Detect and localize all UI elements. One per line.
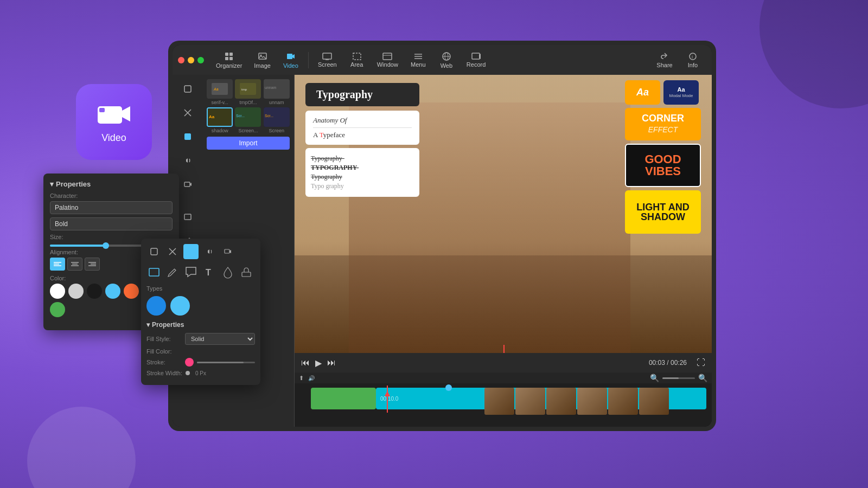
- asset-item-0[interactable]: Aa serif-v...: [207, 79, 233, 105]
- timeline-volume-icon: 🔊: [308, 375, 315, 381]
- svg-rect-5: [225, 57, 228, 60]
- stroke-row: Stroke:: [146, 358, 255, 367]
- svg-text:unnam: unnam: [265, 86, 277, 89]
- video-controls: ⏮ ▶ ⏭ 00:03 / 00:26 ⛶: [295, 353, 712, 373]
- zoom-in-icon[interactable]: 🔍: [698, 374, 707, 382]
- svg-rect-27: [184, 133, 191, 140]
- toolbar-window[interactable]: Window: [372, 50, 404, 70]
- toolbar-image[interactable]: Image: [248, 49, 276, 71]
- anatomy-card: Anatomy Of A Typeface: [305, 111, 419, 145]
- type-color-cyan[interactable]: [170, 296, 190, 316]
- app-icon[interactable]: Video: [76, 84, 152, 160]
- toolbar-web[interactable]: Web: [433, 49, 460, 71]
- play-button[interactable]: ▶: [315, 358, 322, 368]
- svg-rect-55: [188, 248, 194, 255]
- align-left-button[interactable]: [50, 258, 65, 271]
- timeline-collapse[interactable]: ⬆: [299, 375, 304, 382]
- mini-cut-tool[interactable]: [165, 244, 180, 259]
- svg-text:Aa: Aa: [209, 114, 215, 119]
- fill-color-row: Fill Color:: [146, 348, 255, 355]
- thumbnail-good-vibes[interactable]: GOOD VIBES: [625, 144, 701, 187]
- toolbar-record[interactable]: Record: [461, 50, 491, 70]
- mac-toolbar: Organizer Image Video Scr: [173, 45, 712, 75]
- mini-pointer-tool[interactable]: [146, 244, 162, 259]
- color-cyan[interactable]: [105, 284, 120, 299]
- thumbnail-aa-dark[interactable]: Aa Modal Mode: [663, 80, 699, 105]
- asset-item-1[interactable]: tmp tmpOf...: [235, 79, 261, 105]
- toolbar-info[interactable]: i Info: [679, 50, 706, 70]
- close-dot[interactable]: [178, 57, 184, 63]
- svg-rect-56: [225, 249, 229, 253]
- video-preview: Typography Anatomy Of A Typeface Typogra…: [295, 75, 712, 353]
- strip-item-3: [577, 388, 607, 415]
- stroke-width-dot: [186, 371, 190, 375]
- color-light-gray[interactable]: [68, 284, 84, 299]
- mini-rect-tool[interactable]: [146, 265, 162, 280]
- svg-rect-58: [149, 268, 159, 276]
- anatomy-title: Anatomy Of: [313, 116, 412, 128]
- color-white[interactable]: [50, 284, 65, 299]
- color-orange[interactable]: [124, 284, 139, 299]
- timeline: ⬆ 🔊 🔍 🔍: [295, 373, 712, 427]
- rewind-button[interactable]: ⏮: [301, 358, 310, 368]
- type-color-blue[interactable]: [146, 296, 166, 316]
- zoom-out-icon[interactable]: 🔍: [650, 374, 659, 382]
- stroke-color-swatch[interactable]: [185, 358, 194, 367]
- asset-item-5[interactable]: Scr... Screen: [264, 107, 290, 133]
- font-style-input[interactable]: [50, 217, 173, 230]
- mini-audio-tool[interactable]: [202, 244, 217, 259]
- sidebar-cut[interactable]: [178, 103, 197, 123]
- mini-toolbar-panel: T Types ▾ Properties Fill Style: Solid F…: [141, 239, 260, 385]
- size-slider[interactable]: [50, 245, 152, 247]
- toolbar-screen[interactable]: Screen: [312, 50, 342, 70]
- fill-color-label: Fill Color:: [146, 348, 182, 355]
- sidebar-audio[interactable]: [178, 151, 197, 170]
- sidebar-highlight[interactable]: [178, 127, 197, 146]
- fullscreen-button[interactable]: ⛶: [697, 358, 705, 368]
- svg-marker-10: [292, 54, 295, 59]
- svg-rect-6: [229, 57, 233, 60]
- sidebar-rectangle[interactable]: [178, 207, 197, 227]
- zoom-slider[interactable]: [662, 377, 695, 379]
- asset-item-4[interactable]: Scr... Screen...: [235, 107, 261, 133]
- timeline-marker-blue: [445, 384, 452, 391]
- mini-bubble-tool[interactable]: [183, 265, 199, 280]
- fast-forward-button[interactable]: ⏭: [327, 358, 336, 368]
- mini-highlight-tool[interactable]: [183, 244, 199, 259]
- toolbar-organizer[interactable]: Organizer: [210, 49, 247, 71]
- asset-item-3[interactable]: Aa shadow: [207, 107, 233, 133]
- color-black[interactable]: [87, 284, 102, 299]
- mini-stamp-tool[interactable]: [239, 265, 254, 280]
- svg-rect-14: [383, 53, 392, 60]
- toolbar-area[interactable]: Area: [343, 50, 371, 70]
- maximize-dot[interactable]: [197, 57, 204, 63]
- import-button[interactable]: Import: [207, 137, 290, 150]
- svg-rect-60: [242, 272, 251, 277]
- mini-text-tool[interactable]: T: [202, 265, 217, 280]
- mini-webcam-tool[interactable]: [220, 244, 235, 259]
- mini-pen-tool[interactable]: [165, 265, 180, 280]
- toolbar-video[interactable]: Video: [277, 49, 304, 71]
- toolbar-share[interactable]: Share: [651, 50, 678, 70]
- font-name-input[interactable]: [50, 201, 173, 214]
- strip-item-2: [546, 388, 576, 415]
- align-right-button[interactable]: [85, 258, 100, 271]
- sidebar-pointer[interactable]: [178, 79, 197, 99]
- mini-droplet-tool[interactable]: [220, 265, 235, 280]
- sidebar-webcam[interactable]: [178, 175, 197, 194]
- toolbar-menu[interactable]: Menu: [405, 50, 432, 70]
- character-label: Character:: [50, 192, 173, 199]
- video-playhead: [503, 345, 505, 353]
- thumbnail-aa-orange[interactable]: Aa: [625, 80, 660, 105]
- right-thumbnails: Aa Aa Modal Mode CORNEr: [625, 80, 706, 234]
- asset-item-2[interactable]: unnam unnam: [264, 79, 290, 105]
- stroke-slider[interactable]: [197, 362, 255, 363]
- svg-rect-54: [151, 248, 157, 255]
- minimize-dot[interactable]: [188, 57, 194, 63]
- thumbnail-light-shadow[interactable]: LIGHT AND SHADOW: [625, 190, 701, 234]
- thumbnail-corner-effect[interactable]: CORNEr effect: [625, 108, 701, 140]
- color-green[interactable]: [50, 302, 65, 317]
- align-center-button[interactable]: [67, 258, 82, 271]
- fill-style-select[interactable]: Solid: [185, 333, 255, 345]
- svg-rect-2: [99, 108, 105, 112]
